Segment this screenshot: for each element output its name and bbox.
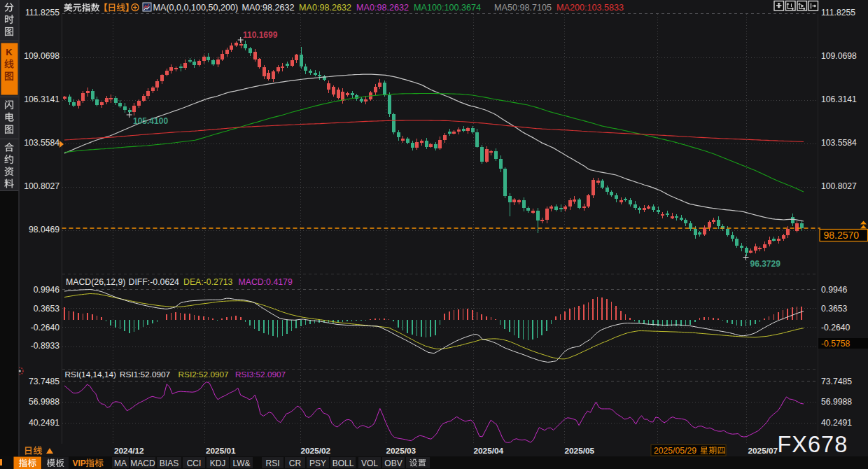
svg-text:0.3653: 0.3653 (821, 304, 847, 314)
svg-text:73.7485: 73.7485 (29, 377, 59, 386)
svg-text:MA200:103.5833: MA200:103.5833 (556, 3, 624, 13)
svg-text:2025/05/29: 2025/05/29 (654, 446, 696, 456)
svg-text:105.4100: 105.4100 (133, 116, 168, 126)
svg-text:MACD: MACD (130, 458, 155, 468)
svg-text:RSI1:52.0907: RSI1:52.0907 (120, 370, 170, 379)
svg-text:BIAS: BIAS (160, 458, 178, 468)
svg-text:2025/01: 2025/01 (206, 446, 236, 456)
svg-text:0.9946: 0.9946 (34, 285, 59, 295)
svg-text:CCI: CCI (187, 458, 202, 468)
svg-text:BOLL: BOLL (332, 458, 354, 468)
svg-text:MA: MA (114, 458, 127, 468)
svg-text:2025/07: 2025/07 (748, 446, 778, 456)
svg-text:2024/12: 2024/12 (114, 446, 144, 456)
svg-text:106.3141: 106.3141 (24, 94, 59, 104)
svg-text:DIFF:-0.0624: DIFF:-0.0624 (129, 277, 180, 287)
svg-text:96.3729: 96.3729 (750, 259, 781, 269)
svg-text:-0.2640: -0.2640 (31, 323, 60, 332)
svg-text:98.2570: 98.2570 (824, 230, 860, 241)
svg-text:RSI: RSI (265, 458, 279, 468)
svg-text:111.8255: 111.8255 (25, 8, 59, 18)
svg-text:MA0:98.2632: MA0:98.2632 (299, 3, 351, 13)
svg-text:-0.5758: -0.5758 (821, 339, 850, 349)
svg-text:109.0698: 109.0698 (821, 51, 857, 61)
svg-text:106.3141: 106.3141 (821, 94, 857, 104)
svg-text:0.9946: 0.9946 (821, 285, 847, 295)
svg-text:56.9988: 56.9988 (29, 397, 59, 407)
svg-text:103.5584: 103.5584 (24, 138, 59, 148)
svg-text:100.8027: 100.8027 (24, 181, 59, 191)
svg-text:MA0:98.2632: MA0:98.2632 (356, 3, 409, 13)
svg-text:RSI(14,14,14): RSI(14,14,14) (65, 370, 117, 379)
svg-text:100.8027: 100.8027 (821, 181, 857, 191)
svg-text:2025/05: 2025/05 (565, 446, 595, 456)
svg-text:MA50:98.7105: MA50:98.7105 (494, 3, 552, 13)
svg-text:2025/02: 2025/02 (301, 446, 331, 456)
svg-text:VOL: VOL (361, 458, 378, 468)
svg-text:FX678: FX678 (778, 432, 848, 457)
svg-text:RSI3:52.0907: RSI3:52.0907 (235, 370, 286, 379)
svg-text:RSI2:52.0907: RSI2:52.0907 (178, 370, 229, 379)
svg-text:98.0469: 98.0469 (29, 225, 59, 234)
svg-text:MA100:100.3674: MA100:100.3674 (414, 3, 481, 13)
svg-text:DEA:-0.2713: DEA:-0.2713 (183, 277, 233, 287)
svg-text:PSY: PSY (309, 458, 326, 468)
svg-text:2025/04: 2025/04 (474, 446, 504, 456)
svg-text:2025/03: 2025/03 (386, 446, 416, 456)
svg-text:CR: CR (289, 458, 302, 468)
svg-text:40.2491: 40.2491 (821, 418, 852, 428)
svg-text:56.9988: 56.9988 (821, 397, 852, 407)
svg-text:40.2491: 40.2491 (29, 418, 59, 428)
svg-text:73.7485: 73.7485 (821, 377, 852, 386)
svg-text:-0.8933: -0.8933 (31, 341, 60, 351)
svg-text:-0.2640: -0.2640 (821, 323, 850, 332)
svg-text:LW&: LW& (232, 458, 250, 468)
svg-text:MA0:98.2632: MA0:98.2632 (242, 3, 295, 13)
svg-text:109.0698: 109.0698 (24, 51, 59, 61)
svg-text:103.5584: 103.5584 (821, 138, 857, 148)
svg-text:OBV: OBV (384, 458, 402, 468)
svg-text:110.1699: 110.1699 (243, 30, 278, 40)
svg-text:MA(0,0,0,100,50,200): MA(0,0,0,100,50,200) (153, 3, 239, 13)
svg-text:MACD(26,12,9): MACD(26,12,9) (66, 277, 125, 287)
svg-text:K: K (6, 47, 13, 57)
svg-text:KDJ: KDJ (210, 458, 226, 468)
svg-text:0.3653: 0.3653 (34, 304, 59, 314)
svg-text:VIP: VIP (73, 458, 86, 468)
svg-text:MACD:0.4179: MACD:0.4179 (239, 277, 293, 287)
svg-text:111.8255: 111.8255 (821, 8, 855, 18)
